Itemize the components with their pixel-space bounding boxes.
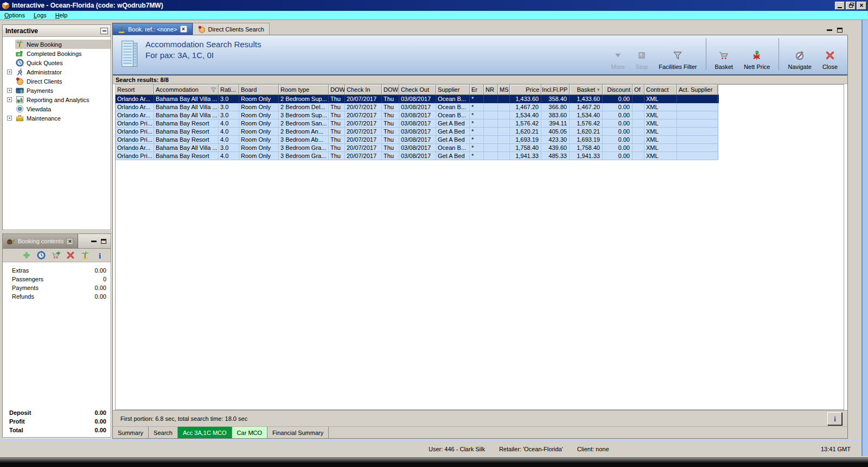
menu-item-logs[interactable]: Logs — [29, 11, 51, 19]
maximize-editor-icon[interactable] — [837, 28, 843, 33]
table-cell: Bahama Bay Resort — [154, 152, 219, 160]
nett-price-button[interactable]: Nett Price — [738, 35, 775, 74]
add-to-basket-button[interactable] — [52, 251, 60, 260]
close-tab-button[interactable]: × — [180, 26, 187, 33]
sidebar-item-label: Administrator — [27, 69, 62, 75]
booking-contents-item[interactable]: Passengers0 — [3, 275, 111, 283]
close-button[interactable]: Close — [817, 35, 843, 74]
minimize-view-icon[interactable] — [91, 241, 97, 242]
bottom-tab-acc-3a-1c-mco[interactable]: Acc 3A,1C MCO — [178, 427, 232, 438]
column-header-dow[interactable]: DOW — [382, 85, 399, 94]
minimize-button[interactable] — [835, 2, 845, 10]
bottom-tab-search[interactable]: Search — [149, 427, 178, 438]
tab-book-ref-none[interactable]: Book. ref.: <none>× — [112, 23, 193, 35]
table-row[interactable]: Orlando Ar...Bahama Bay All Villa ...3.0… — [116, 95, 719, 103]
column-label: Accommodation — [156, 86, 199, 93]
table-cell: 20/07/2017 — [345, 144, 382, 152]
menu-item-options[interactable]: Options — [0, 11, 29, 19]
bottom-tab-financial-summary[interactable]: Financial Summary — [267, 427, 329, 438]
table-row[interactable]: Orlando Pri...Bahama Bay Resort4.0Room O… — [116, 136, 719, 144]
sidebar-tree: New BookingCompleted BookingsQuick Quote… — [3, 37, 111, 230]
minimize-editor-icon[interactable] — [827, 29, 832, 31]
close-icon: × — [859, 3, 863, 8]
column-header-er[interactable]: Er — [470, 85, 484, 94]
delete-item-button[interactable] — [66, 251, 75, 260]
close-window-button[interactable]: × — [857, 2, 866, 10]
sidebar-item-administrator[interactable]: +Administrator — [3, 67, 111, 77]
column-header-contract[interactable]: Contract — [644, 85, 677, 94]
column-header-basket[interactable]: Basket▼ — [570, 85, 603, 94]
page-title: Accommodation Search Results — [145, 40, 261, 49]
column-header-act-supplier[interactable]: Act. Supplier — [677, 85, 718, 94]
close-booking-contents-button[interactable]: × — [66, 238, 73, 245]
sidebar-item-reporting-and-analytics[interactable]: +Reporting and Analytics — [3, 95, 111, 104]
column-header-dow[interactable]: DOW — [329, 85, 345, 94]
column-filter-icon[interactable] — [210, 87, 216, 93]
bottom-tab-summary[interactable]: Summary — [113, 427, 149, 438]
column-header-price[interactable]: Price — [510, 85, 541, 94]
facilities-filter-button[interactable]: Facilities Filter — [653, 35, 702, 74]
quick-quote-button[interactable] — [37, 251, 46, 260]
expand-toggle-icon[interactable]: + — [7, 88, 12, 93]
column-header-accommodation[interactable]: Accommodation — [154, 85, 219, 94]
sidebar-item-viewdata[interactable]: Viewdata — [3, 104, 111, 113]
palm-tree-icon — [16, 40, 24, 48]
column-header-nr[interactable]: NR — [484, 85, 498, 94]
booking-contents-item[interactable]: Refunds0.00 — [3, 292, 111, 301]
expand-toggle-icon[interactable]: + — [7, 97, 12, 102]
table-row[interactable]: Orlando Ar...Bahama Bay All Villa ...3.0… — [116, 103, 719, 111]
sidebar-item-payments[interactable]: +$Payments — [3, 86, 111, 95]
sidebar-item-quick-quotes[interactable]: Quick Quotes — [3, 58, 111, 67]
sidebar-item-maintenance[interactable]: +Maintenance — [3, 113, 111, 123]
table-row[interactable]: Orlando Ar...Bahama Bay All Villa ...3.0… — [116, 111, 719, 119]
sidebar-item-new-booking[interactable]: New Booking — [3, 40, 111, 49]
booking-contents-item[interactable]: Payments0.00 — [3, 283, 111, 292]
basket-button[interactable]: Basket — [710, 35, 739, 74]
table-cell: 03/08/2017 — [399, 136, 436, 144]
column-header-of[interactable]: Of — [633, 85, 644, 94]
table-cell — [677, 128, 718, 136]
info-button[interactable]: i — [827, 412, 842, 425]
clock-globe-icon — [16, 59, 24, 67]
menu-item-help[interactable]: Help — [51, 11, 72, 19]
tab-direct-clients-search[interactable]: Direct Clients Search — [193, 23, 270, 35]
collapse-panel-button[interactable] — [100, 28, 108, 34]
table-cell: 20/07/2017 — [345, 111, 382, 119]
column-header-discount[interactable]: Discount — [603, 85, 633, 94]
table-row[interactable]: Orlando Pri...Bahama Bay Resort4.0Room O… — [116, 119, 719, 128]
expand-toggle-icon[interactable]: + — [7, 116, 12, 121]
table-cell: Thu — [382, 95, 399, 103]
table-cell: 03/08/2017 — [399, 103, 436, 111]
sidebar-item-label: Reporting and Analytics — [27, 97, 90, 103]
table-cell: Orlando Ar... — [116, 103, 154, 111]
column-label: Act. Supplier — [679, 86, 712, 93]
booking-contents-tab[interactable]: Booking contents × — [3, 234, 78, 248]
table-cell: 0.00 — [603, 152, 633, 160]
sidebar-item-completed-bookings[interactable]: Completed Bookings — [3, 49, 111, 58]
table-cell: 1,758.40 — [510, 144, 541, 152]
column-header-rati[interactable]: Rati... — [219, 85, 239, 94]
info-button[interactable]: i — [95, 251, 104, 260]
navigate-button[interactable]: Navigate — [782, 35, 816, 74]
table-cell: Thu — [382, 152, 399, 160]
column-header-ms[interactable]: MS — [498, 85, 510, 94]
column-header-room-type[interactable]: Room type — [279, 85, 329, 94]
table-cell: 03/08/2017 — [399, 128, 436, 136]
table-row[interactable]: Orlando Ar...Bahama Bay All Villa ...3.0… — [116, 144, 719, 152]
table-row[interactable]: Orlando Pri...Bahama Bay Resort4.0Room O… — [116, 152, 719, 160]
booking-contents-item[interactable]: Extras0.00 — [3, 266, 111, 275]
maximize-view-icon[interactable] — [101, 239, 106, 244]
new-booking-button[interactable] — [81, 251, 90, 260]
column-header-resort[interactable]: Resort — [116, 85, 154, 94]
expand-toggle-icon[interactable]: + — [7, 70, 12, 74]
column-header-supplier[interactable]: Supplier — [436, 85, 470, 94]
sidebar-item-direct-clients[interactable]: Direct Clients — [3, 77, 111, 86]
column-header-check-in[interactable]: Check In — [345, 85, 382, 94]
bottom-tab-car-mco[interactable]: Car MCO — [232, 427, 267, 438]
add-item-button[interactable] — [22, 251, 31, 260]
table-row[interactable]: Orlando Pri...Bahama Bay Resort4.0Room O… — [116, 128, 719, 136]
column-header-board[interactable]: Board — [239, 85, 279, 94]
column-header-check-out[interactable]: Check Out — [399, 85, 436, 94]
restore-button[interactable] — [846, 2, 856, 10]
column-header-incl-fl-pp[interactable]: Incl.Fl.PP — [541, 85, 570, 94]
